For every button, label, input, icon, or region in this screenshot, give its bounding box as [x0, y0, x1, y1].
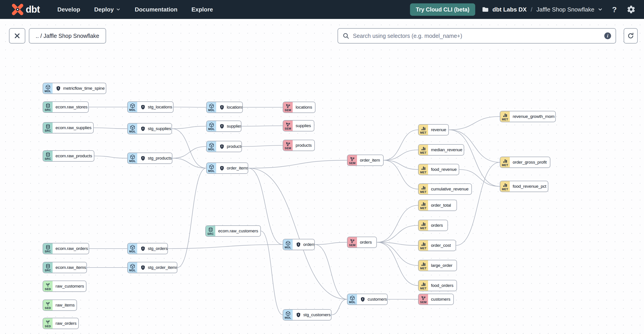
graph-node-stg_order_items[interactable]: MDLstg_order_items [127, 262, 177, 273]
contract-shield-icon [219, 124, 225, 129]
graph-node-stg_products[interactable]: MDLstg_products [127, 153, 172, 164]
node-type-badge: MDL [207, 163, 216, 173]
graph-node-customers_sem[interactable]: SEMcustomers [418, 294, 454, 305]
graph-node-src_raw_items[interactable]: SRCecom.raw_items [43, 262, 87, 273]
node-label: orders [303, 242, 315, 247]
metric-bars-icon [502, 113, 508, 118]
graph-node-src_raw_products[interactable]: SRCecom.raw_products [43, 150, 94, 162]
graph-node-locations[interactable]: MDLlocations [206, 102, 243, 113]
node-body: customers [428, 294, 454, 305]
contract-shield-icon [140, 156, 146, 161]
graph-node-products[interactable]: MDLproducts [206, 141, 242, 152]
node-label: stg_supplies [148, 126, 171, 131]
graph-node-orders_mdl[interactable]: MDLorders [283, 239, 315, 250]
node-type-badge: SRC [43, 102, 52, 112]
graph-node-cumulative_revenue[interactable]: METcumulative_revenue [418, 183, 472, 195]
try-cloud-cli-button[interactable]: Try Cloud CLI (beta) [410, 3, 476, 16]
node-label: stg_products [148, 156, 172, 161]
graph-node-src_raw_customers[interactable]: SRCecom.raw_customers [205, 225, 261, 237]
search-input[interactable] [353, 33, 601, 39]
node-body: ecom.raw_items [52, 262, 87, 273]
nav-deploy[interactable]: Deploy [94, 6, 121, 13]
graph-node-stg_orders[interactable]: MDLstg_orders [127, 243, 168, 254]
semantic-network-icon [421, 296, 426, 301]
graph-node-order_item_sem[interactable]: SEMorder_item [347, 155, 384, 166]
node-type-badge: SRC [206, 226, 215, 236]
contract-shield-icon [360, 297, 366, 302]
node-type-badge: MDL [283, 239, 293, 250]
node-body: stg_locations [137, 102, 174, 112]
close-lineage-button[interactable] [9, 28, 25, 43]
graph-node-large_order[interactable]: METlarge_order [418, 260, 457, 271]
node-type-label: MDL [129, 160, 136, 163]
node-type-badge: SEM [283, 140, 293, 151]
metric-bars-icon [502, 159, 508, 164]
seed-icon [45, 301, 50, 307]
graph-node-metricflow_time_spine[interactable]: MDLmetricflow_time_spine [43, 83, 106, 94]
graph-node-seed_raw_items[interactable]: SEDraw_items [43, 300, 77, 311]
node-label: stg_customers [303, 312, 330, 317]
graph-node-src_raw_stores[interactable]: SRCecom.raw_stores [43, 101, 89, 113]
node-type-label: MDL [208, 109, 215, 112]
gear-icon[interactable] [626, 4, 636, 15]
org-name[interactable]: dbt Labs DX [492, 6, 527, 13]
node-type-badge: MET [418, 260, 428, 271]
semantic-network-icon [286, 103, 291, 109]
node-label: order_items [227, 166, 248, 170]
dbt-logo[interactable]: dbt [12, 3, 40, 15]
graph-node-food_orders[interactable]: METfood_orders [418, 280, 457, 291]
node-label: orders [360, 240, 372, 245]
nav-documentation[interactable]: Documentation [135, 6, 177, 13]
node-type-badge: MDL [348, 294, 357, 305]
node-label: large_order [431, 263, 452, 268]
info-icon[interactable]: i [604, 32, 611, 39]
graph-node-revenue_growth_mom[interactable]: METrevenue_growth_mom [500, 111, 556, 122]
graph-node-stg_locations[interactable]: MDLstg_locations [127, 101, 174, 113]
nav-explore[interactable]: Explore [191, 6, 213, 13]
lineage-canvas[interactable] [0, 19, 644, 334]
node-type-label: SEM [349, 244, 356, 247]
graph-node-locations_sem[interactable]: SEMlocations [283, 102, 316, 113]
node-type-label: MDL [129, 250, 136, 253]
node-type-label: MET [420, 151, 426, 154]
graph-node-food_revenue[interactable]: METfood_revenue [418, 164, 459, 175]
graph-node-seed_raw_orders[interactable]: SEDraw_orders [43, 318, 79, 329]
graph-node-food_revenue_pct[interactable]: METfood_revenue_pct [500, 181, 548, 192]
lineage-breadcrumb[interactable]: .. / Jaffle Shop Snowflake [29, 28, 106, 43]
graph-node-orders_sem[interactable]: SEMorders [347, 237, 377, 248]
graph-node-revenue[interactable]: METrevenue [418, 124, 449, 136]
node-label: ecom.raw_orders [56, 246, 88, 251]
graph-node-seed_raw_customers[interactable]: SEDraw_customers [43, 281, 86, 292]
nav-develop[interactable]: Develop [57, 6, 80, 13]
graph-node-supplies[interactable]: MDLsupplies [206, 121, 242, 132]
node-body: order_item [357, 155, 383, 166]
graph-node-customers_mdl[interactable]: MDLcustomers [347, 294, 388, 305]
node-type-badge: MDL [283, 310, 293, 320]
node-type-label: MDL [129, 108, 136, 112]
project-name[interactable]: Jaffle Shop Snowflake [536, 6, 594, 13]
refresh-button[interactable] [624, 28, 638, 43]
graph-node-orders_met[interactable]: METorders [418, 220, 448, 231]
node-type-label: SRC [207, 232, 214, 235]
graph-node-stg_supplies[interactable]: MDLstg_supplies [127, 123, 172, 134]
graph-node-order_cost[interactable]: METorder_cost [418, 240, 456, 251]
graph-node-order_total[interactable]: METorder_total [418, 200, 457, 211]
help-icon[interactable]: ? [609, 4, 620, 15]
folder-icon [482, 6, 489, 13]
graph-node-order_gross_profit[interactable]: METorder_gross_profit [500, 157, 550, 168]
graph-node-supplies_sem[interactable]: SEMsupplies [283, 120, 314, 131]
graph-node-products_sem[interactable]: SEMproducts [283, 140, 315, 151]
graph-node-order_items[interactable]: MDLorder_items [206, 163, 248, 174]
graph-node-src_raw_supplies[interactable]: SRCecom.raw_supplies [43, 122, 94, 133]
graph-node-median_revenue[interactable]: METmedian_revenue [418, 144, 464, 156]
node-body: orders [293, 239, 315, 250]
graph-node-stg_customers[interactable]: MDLstg_customers [283, 309, 332, 321]
node-type-badge: SEM [348, 155, 357, 166]
semantic-network-icon [350, 157, 355, 162]
graph-node-src_raw_orders[interactable]: SRCecom.raw_orders [43, 243, 89, 254]
node-body: order_cost [428, 240, 454, 251]
chevron-down-icon[interactable] [598, 7, 603, 12]
node-label: raw_items [56, 303, 75, 308]
model-cube-icon [130, 103, 135, 108]
contract-shield-icon [140, 104, 146, 110]
